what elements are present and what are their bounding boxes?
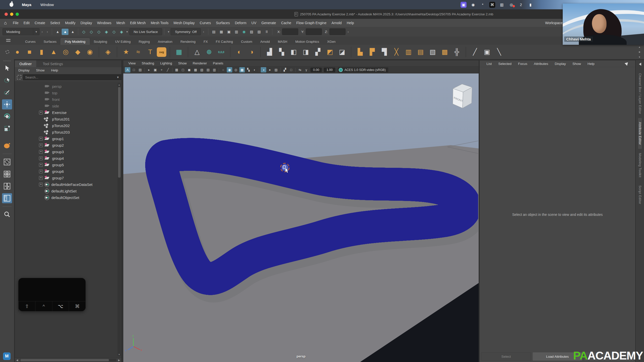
- menu-item[interactable]: UV: [249, 21, 259, 25]
- sparkle-icon[interactable]: *: [480, 2, 486, 8]
- snap-to-point-icon[interactable]: ◇: [95, 29, 102, 35]
- workspace-label[interactable]: Workspace: [545, 19, 563, 27]
- xray-icon[interactable]: □: [288, 67, 294, 72]
- node-label[interactable]: defaultLightSet: [51, 189, 77, 193]
- attribute-editor-menu-item[interactable]: Selected: [496, 62, 514, 66]
- node-label[interactable]: defaultHideFaceDataSet: [51, 182, 92, 187]
- select-button[interactable]: Select: [481, 352, 531, 361]
- shelf-tab[interactable]: FX: [200, 38, 212, 45]
- filter-icon[interactable]: [17, 75, 21, 79]
- select-tool[interactable]: [2, 63, 12, 73]
- last-tool-used[interactable]: [2, 141, 12, 151]
- menu-set-dropdown[interactable]: Modeling ▾: [3, 28, 40, 35]
- menu-item[interactable]: File: [10, 21, 21, 25]
- expand-toggle-icon[interactable]: +: [39, 170, 43, 173]
- node-label[interactable]: group3: [52, 150, 64, 154]
- layout-two-pane-button[interactable]: [2, 181, 12, 191]
- expand-toggle-icon[interactable]: +: [39, 150, 43, 154]
- sweep-mesh-icon[interactable]: ★: [121, 47, 132, 58]
- screen-mirroring-icon[interactable]: ▣: [461, 2, 467, 8]
- mirror-icon[interactable]: ◪: [336, 47, 348, 58]
- curve-to-edge-icon[interactable]: ╱: [469, 47, 480, 58]
- outliner-row[interactable]: + pTorus203: [15, 129, 121, 135]
- extract-icon[interactable]: ◨: [300, 47, 311, 58]
- separate-icon[interactable]: ▚: [276, 47, 287, 58]
- layout-single-pane-button[interactable]: [2, 157, 12, 167]
- menu-item[interactable]: Modify: [63, 21, 78, 25]
- shelf-tab[interactable]: Arnold: [256, 38, 274, 45]
- rotate-tool[interactable]: [2, 111, 12, 122]
- viewport-menu-item[interactable]: Panels: [210, 61, 226, 65]
- tab-outliner[interactable]: Outliner: [15, 60, 36, 67]
- scale-tool[interactable]: [2, 124, 12, 134]
- scroll-left-icon[interactable]: ◀: [15, 359, 19, 361]
- multi-cut-icon[interactable]: ╳: [391, 47, 402, 58]
- attribute-editor-menu-item[interactable]: Attributes: [531, 62, 551, 66]
- side-tab[interactable]: Modeling Toolkit: [638, 149, 642, 181]
- node-label[interactable]: group4: [52, 156, 64, 160]
- close-window-button[interactable]: [5, 13, 8, 16]
- menu-item[interactable]: Surfaces: [213, 21, 232, 25]
- chevron-down-icon[interactable]: ▾: [125, 30, 129, 33]
- toolbox-grip[interactable]: [3, 61, 11, 61]
- viewport-menu-item[interactable]: View: [126, 61, 138, 65]
- attribute-editor-menu-item[interactable]: Display: [552, 62, 569, 66]
- film-gate-icon[interactable]: ◻: [180, 67, 186, 72]
- viewport-menu-item[interactable]: Renderer: [190, 61, 209, 65]
- outliner-row[interactable]: + group3: [15, 148, 121, 155]
- expand-toggle-icon[interactable]: +: [39, 183, 43, 186]
- snap-projected-center-icon[interactable]: ◈: [103, 29, 110, 35]
- side-tab[interactable]: Attribute Editor: [638, 118, 642, 149]
- exposure-icon[interactable]: ⇆: [297, 67, 303, 72]
- layout-four-pane-button[interactable]: [2, 169, 12, 179]
- outliner-row[interactable]: + group5: [15, 162, 121, 168]
- shelf-tab[interactable]: Rigging: [135, 38, 154, 45]
- quad-draw-icon[interactable]: ◐: [234, 47, 245, 58]
- grease-pencil-icon[interactable]: ╱: [165, 67, 171, 72]
- outliner-row[interactable]: + defaultObjectSet: [15, 194, 121, 201]
- mac-window-menu[interactable]: Window: [41, 3, 54, 7]
- menu-item[interactable]: Mesh Tools: [148, 21, 171, 25]
- bookmarks-icon[interactable]: ▸: [146, 67, 152, 72]
- render-settings-icon[interactable]: ▥: [233, 29, 240, 35]
- shelf-tab[interactable]: Poly Modeling: [61, 38, 90, 45]
- symmetry-selector[interactable]: Symmetry: Off: [171, 28, 201, 35]
- chevron-down-icon[interactable]: ▾: [33, 28, 39, 35]
- expand-toggle-icon[interactable]: +: [39, 176, 43, 180]
- outliner-row[interactable]: + group6: [15, 168, 121, 175]
- offset-edge-loop-icon[interactable]: ▤: [415, 47, 426, 58]
- origin-locator-icon[interactable]: 0,0,0: [216, 47, 227, 58]
- apple-logo-icon[interactable]: [10, 3, 13, 7]
- attribute-editor-menu-item[interactable]: Help: [585, 62, 597, 66]
- notification-app-icon[interactable]: ◉: [470, 2, 476, 8]
- menu-item[interactable]: Deform: [232, 21, 249, 25]
- isolate-select-icon[interactable]: ▞: [282, 67, 288, 72]
- home-icon[interactable]: ⌂: [4, 20, 7, 26]
- shelf-tab[interactable]: Surfaces: [40, 38, 60, 45]
- menu-item[interactable]: Select: [48, 21, 63, 25]
- live-surface-selector[interactable]: No Live Surface: [129, 28, 162, 35]
- scroll-up-icon[interactable]: ▲: [118, 83, 121, 87]
- bridge-icon[interactable]: ▜: [379, 47, 390, 58]
- color-management-selector[interactable]: ACES 1.0 SDR-video (sRGB): [338, 67, 388, 72]
- poly-pyramid-icon[interactable]: ◆: [72, 47, 83, 58]
- outliner-row[interactable]: + defaultLightSet: [15, 188, 121, 194]
- select-component-icon[interactable]: ▲: [69, 29, 76, 35]
- battery-icon[interactable]: ▮: [527, 2, 534, 8]
- side-tab[interactable]: Script Editor: [638, 181, 642, 208]
- smooth-icon[interactable]: ◩: [324, 47, 335, 58]
- view-cube[interactable]: FRONT: [453, 84, 472, 108]
- modeling-toolkit-grid-icon[interactable]: ▦: [173, 47, 184, 58]
- shelf-scroll-down-icon[interactable]: ▼: [638, 56, 641, 58]
- menu-item[interactable]: Curves: [197, 21, 213, 25]
- minimize-window-button[interactable]: [10, 13, 13, 16]
- clipboard-app-icon[interactable]: ▥: [499, 2, 505, 8]
- menu-item[interactable]: Flow Graph Engine: [294, 21, 329, 25]
- exposure-field[interactable]: 0.00: [311, 68, 322, 72]
- menu-item[interactable]: Create: [32, 21, 48, 25]
- shelf-gear-icon[interactable]: [6, 50, 9, 54]
- textured-icon[interactable]: ▩: [239, 67, 245, 72]
- shelf-scroll-handle[interactable]: [639, 51, 640, 53]
- shelf-tab[interactable]: XGen: [323, 38, 339, 45]
- grid-icon[interactable]: ▦: [174, 67, 179, 72]
